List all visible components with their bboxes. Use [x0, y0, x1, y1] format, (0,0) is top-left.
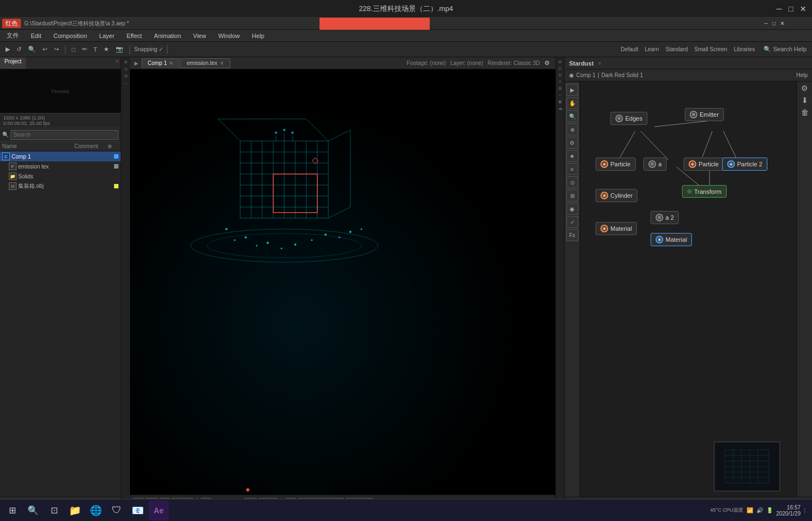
viewport[interactable]: Active Camera	[130, 69, 555, 495]
win-minimize-2[interactable]: ─	[764, 20, 768, 26]
tool-text[interactable]: T	[91, 45, 100, 54]
node-particle-mid[interactable]: ◉ Particle	[684, 158, 724, 171]
tool-rect[interactable]: □	[69, 45, 78, 54]
comp-settings-btn[interactable]: ⚙	[541, 59, 553, 67]
node-cylinder[interactable]: ◉ Cylinder	[596, 189, 637, 202]
action-delete[interactable]: 🗑	[801, 108, 809, 117]
panel-menu-icon[interactable]: ≡	[113, 57, 121, 69]
tool-pan[interactable]: ✋	[566, 97, 578, 109]
node-material1[interactable]: ◉ Material	[596, 222, 637, 235]
tool-node-settings[interactable]: ★	[566, 150, 578, 162]
node-a[interactable]: ⊞ a	[643, 158, 667, 171]
tool-select[interactable]: ▶	[3, 45, 12, 54]
search-button[interactable]: 🔍	[23, 501, 43, 520]
svg-line-14	[218, 119, 240, 141]
rsi-1[interactable]: ⊕	[558, 59, 562, 64]
tool-redo[interactable]: ↪	[52, 45, 61, 54]
maximize-btn[interactable]: □	[789, 4, 793, 13]
lsi-2[interactable]: ⊙	[124, 66, 128, 73]
tree-item-solids[interactable]: 📁 Solids	[0, 171, 121, 181]
node-particle-left[interactable]: ◉ Particle	[596, 158, 636, 171]
node-transform[interactable]: ⊕ Transform	[682, 185, 727, 198]
comp-tab-comp1[interactable]: Comp 1 ✕	[142, 58, 180, 68]
tool-node-fx[interactable]: Fx	[566, 229, 578, 241]
rsi-6[interactable]: ↔	[558, 93, 562, 97]
tree-item-emission[interactable]: F emission tex	[0, 161, 121, 171]
menu-effect[interactable]: Effect	[122, 31, 147, 40]
mail-btn[interactable]: 📧	[128, 501, 148, 520]
win-clock: 16:57 2020/1/29	[776, 504, 801, 517]
lsi-1[interactable]: ⊕	[124, 58, 128, 66]
stardust-menu-icon[interactable]: ≡	[598, 61, 601, 66]
browser-btn[interactable]: 🌐	[86, 501, 106, 520]
project-search-input[interactable]	[10, 130, 118, 140]
minimize-btn[interactable]: ─	[777, 4, 782, 13]
tool-zoom-node[interactable]: 🔍	[566, 110, 578, 122]
menu-file[interactable]: 文件	[2, 30, 23, 41]
tool-connect[interactable]: ⚙	[566, 137, 578, 149]
tool-node-check[interactable]: ✓	[566, 216, 578, 228]
comp-tab-emission-close[interactable]: ✕	[220, 61, 224, 66]
security-btn[interactable]: 🛡	[107, 501, 127, 520]
menu-edit[interactable]: Edit	[26, 31, 46, 40]
workspace-standard[interactable]: Standard	[665, 46, 688, 52]
tool-rotate[interactable]: ↺	[14, 45, 24, 54]
menu-composition[interactable]: Composition	[49, 31, 91, 40]
lsi-4[interactable]: ↔	[123, 80, 128, 87]
workspace-learn[interactable]: Learn	[645, 46, 659, 52]
tree-item-comp1[interactable]: C Comp 1	[0, 151, 121, 161]
tool-node-layout[interactable]: ⊞	[566, 189, 578, 202]
breadcrumb-solid[interactable]: Dark Red Solid 1	[602, 72, 643, 78]
rsi-5[interactable]: ⊞	[558, 86, 562, 91]
workspace-small-screen[interactable]: Small Screen	[695, 46, 727, 52]
comp-tab-emission[interactable]: emission.tex ✕	[181, 58, 230, 68]
action-download[interactable]: ⬇	[802, 96, 808, 105]
task-view-btn[interactable]: ⊡	[44, 501, 64, 520]
start-button[interactable]: ⊞	[2, 501, 22, 520]
close-btn[interactable]: ✕	[800, 4, 806, 13]
tool-shape[interactable]: ★	[101, 45, 111, 54]
tool-zoom[interactable]: 🔍	[26, 45, 38, 54]
breadcrumb-comp1[interactable]: Comp 1	[576, 72, 596, 78]
lsi-3[interactable]: ⚙	[124, 73, 128, 80]
taskbar-show-desktop[interactable]: |	[804, 507, 805, 513]
menu-animation[interactable]: Animation	[150, 31, 186, 40]
node-material2[interactable]: ◉ Material	[651, 233, 692, 246]
tool-node-misc[interactable]: ◉	[566, 203, 578, 215]
menu-window[interactable]: Window	[214, 31, 244, 40]
right-side-icons: ⊕ ⊙ ⚙ ≡ ⊞ ↔ ◉ ☁	[555, 57, 564, 509]
rsi-3[interactable]: ⚙	[558, 73, 562, 78]
ae-btn[interactable]: Ae	[149, 501, 169, 520]
tool-pen[interactable]: ✏	[80, 45, 89, 54]
help-btn[interactable]: Help	[796, 72, 808, 78]
win-close-2[interactable]: ✕	[780, 20, 784, 26]
comp-tab-comp1-close[interactable]: ✕	[169, 61, 174, 66]
node-edges[interactable]: ⊞ Edges	[610, 112, 647, 125]
rsi-4[interactable]: ≡	[559, 79, 561, 84]
tool-node-view[interactable]: ⊙	[566, 176, 578, 188]
tab-project[interactable]: Project	[0, 57, 26, 69]
tool-camera[interactable]: 📷	[113, 45, 126, 54]
rsi-2[interactable]: ⊙	[558, 66, 562, 71]
node-emitter[interactable]: ⊞ Emitter	[685, 108, 724, 121]
stardust-node-canvas[interactable]: ⊞ Edges ⊞ Emitter ◉ Particle ⊞ a	[580, 82, 797, 497]
rsi-8[interactable]: ☁	[558, 106, 562, 111]
tool-node-extra[interactable]: ≡	[566, 163, 578, 175]
menu-view[interactable]: View	[189, 31, 211, 40]
workspace-libraries[interactable]: Libraries	[734, 46, 755, 52]
tree-item-obj[interactable]: O 集装箱.obj	[0, 181, 121, 191]
node-a2[interactable]: ⊞ a 2	[651, 211, 679, 224]
tool-undo[interactable]: ↩	[40, 45, 50, 54]
action-share[interactable]: ⚙	[801, 84, 808, 93]
file-explorer-btn[interactable]: 📁	[65, 501, 85, 520]
tool-add-node[interactable]: ⊕	[566, 123, 578, 135]
menu-layer[interactable]: Layer	[95, 31, 119, 40]
workspace-default[interactable]: Default	[621, 46, 638, 52]
win-maximize-2[interactable]: □	[772, 20, 776, 26]
tool-select-node[interactable]: ▶	[566, 84, 578, 96]
search-help-btn[interactable]: 🔍 Search Help	[761, 45, 809, 54]
node-particle2[interactable]: ◉ Particle 2	[722, 158, 767, 171]
rsi-7[interactable]: ◉	[558, 99, 562, 104]
window-controls[interactable]: ─ □ ✕	[777, 4, 806, 13]
menu-help[interactable]: Help	[247, 31, 269, 40]
